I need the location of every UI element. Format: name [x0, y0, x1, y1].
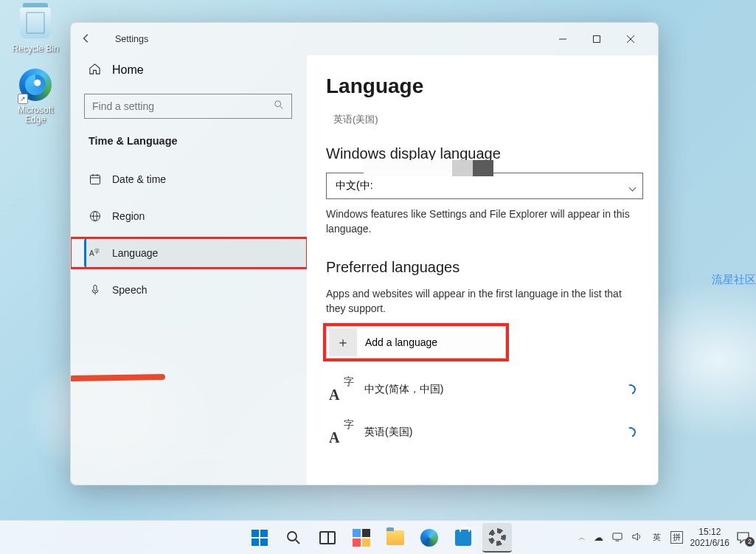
loading-spinner-icon	[624, 426, 638, 440]
taskview-button[interactable]	[313, 523, 342, 553]
annotation-underline	[71, 374, 165, 381]
home-icon	[89, 63, 102, 78]
close-button[interactable]	[614, 27, 648, 51]
volume-icon[interactable]	[631, 531, 643, 544]
sidebar-section-title: Time & Language	[89, 135, 307, 147]
sidebar-item-region[interactable]: Region	[84, 201, 307, 231]
search-input[interactable]	[92, 100, 274, 112]
microphone-icon	[89, 284, 102, 296]
svg-rect-15	[94, 285, 97, 291]
sidebar-item-language[interactable]: A字 Language	[84, 238, 307, 268]
back-button[interactable]	[81, 33, 102, 46]
sidebar-home-label: Home	[112, 63, 144, 77]
page-title: Language	[326, 75, 643, 98]
widgets-button[interactable]	[347, 523, 376, 553]
sidebar-item-label: Region	[112, 210, 145, 222]
svg-rect-19	[613, 533, 622, 539]
add-language-label: Add a language	[365, 336, 437, 348]
preferred-languages-heading: Preferred languages	[326, 259, 643, 276]
start-button[interactable]	[245, 523, 274, 553]
svg-rect-1	[594, 36, 600, 43]
settings-taskbar-button[interactable]	[482, 523, 512, 553]
sidebar-item-label: Language	[112, 247, 158, 259]
calendar-icon	[89, 173, 102, 185]
content-pane: Language 英语(美国) Windows display language…	[307, 55, 658, 485]
add-language-button[interactable]: ＋ Add a language	[326, 326, 506, 359]
maximize-button[interactable]	[580, 27, 614, 51]
redaction-overlay	[364, 160, 493, 176]
globe-icon	[89, 210, 102, 222]
onedrive-icon[interactable]: ☁	[593, 532, 605, 543]
edge-label: Microsoft Edge	[7, 105, 63, 125]
clock-time: 15:12	[690, 527, 729, 537]
watermark-text: 流星社区	[712, 273, 756, 287]
language-row[interactable]: 中文(简体，中国)	[326, 372, 643, 407]
network-icon[interactable]	[612, 531, 624, 544]
sidebar: Home Time & Language Date & time	[71, 55, 307, 485]
clock-date: 2021/6/16	[690, 538, 729, 548]
tray-overflow-button[interactable]: ︿	[578, 533, 586, 543]
sidebar-item-datetime[interactable]: Date & time	[84, 165, 307, 194]
language-name: 英语(美国)	[364, 426, 412, 439]
ime-mode-indicator[interactable]: 拼	[670, 531, 683, 544]
display-language-select[interactable]: 中文(中:	[326, 173, 643, 199]
search-box[interactable]	[84, 94, 292, 119]
taskbar: ︿ ☁ 英 拼 15:12 2021/6/16 2	[0, 520, 756, 554]
language-icon: A字	[89, 247, 102, 259]
language-name: 中文(简体，中国)	[364, 383, 443, 396]
plus-icon: ＋	[329, 328, 357, 356]
system-tray: ︿ ☁ 英 拼 15:12 2021/6/16 2	[578, 527, 756, 548]
loading-spinner-icon	[624, 383, 638, 397]
taskbar-search-button[interactable]	[279, 523, 308, 553]
sidebar-item-speech[interactable]: Speech	[84, 275, 307, 305]
sidebar-home[interactable]: Home	[84, 55, 307, 85]
sidebar-item-label: Speech	[112, 284, 147, 296]
recycle-bin-icon[interactable]: Recycle Bin	[7, 7, 63, 54]
svg-text:字: 字	[94, 249, 100, 254]
preferred-languages-desc: Apps and websites will appear in the fir…	[326, 286, 636, 316]
recycle-bin-label: Recycle Bin	[7, 44, 63, 54]
svg-line-18	[296, 540, 299, 544]
shortcut-overlay-icon	[18, 94, 28, 104]
svg-text:A: A	[89, 249, 94, 257]
language-row[interactable]: 英语(美国)	[326, 415, 643, 450]
taskbar-clock[interactable]: 15:12 2021/6/16	[690, 527, 729, 548]
language-glyph-icon	[329, 420, 354, 445]
title-bar: Settings	[71, 23, 658, 55]
ime-language-indicator[interactable]: 英	[651, 531, 663, 544]
search-icon	[274, 100, 284, 113]
language-glyph-icon	[329, 377, 354, 402]
notifications-button[interactable]: 2	[737, 532, 752, 544]
svg-rect-6	[91, 176, 100, 184]
notification-badge: 2	[745, 537, 755, 547]
file-explorer-button[interactable]	[381, 523, 410, 553]
settings-window: Settings Home Time & Language	[70, 22, 659, 485]
sidebar-item-label: Date & time	[112, 173, 166, 185]
store-button[interactable]	[448, 523, 478, 553]
edge-shortcut-icon[interactable]: Microsoft Edge	[7, 69, 63, 125]
breadcrumb[interactable]: 英语(美国)	[333, 113, 643, 126]
display-language-value: 中文(中:	[336, 179, 373, 193]
svg-point-17	[288, 532, 296, 541]
display-language-desc: Windows features like Settings and File …	[326, 207, 636, 237]
window-title: Settings	[115, 34, 148, 44]
svg-line-5	[280, 106, 283, 109]
svg-point-4	[275, 101, 281, 107]
annotation-highlight-box: ＋ Add a language	[326, 326, 506, 359]
minimize-button[interactable]	[546, 27, 580, 51]
edge-taskbar-button[interactable]	[415, 523, 444, 553]
